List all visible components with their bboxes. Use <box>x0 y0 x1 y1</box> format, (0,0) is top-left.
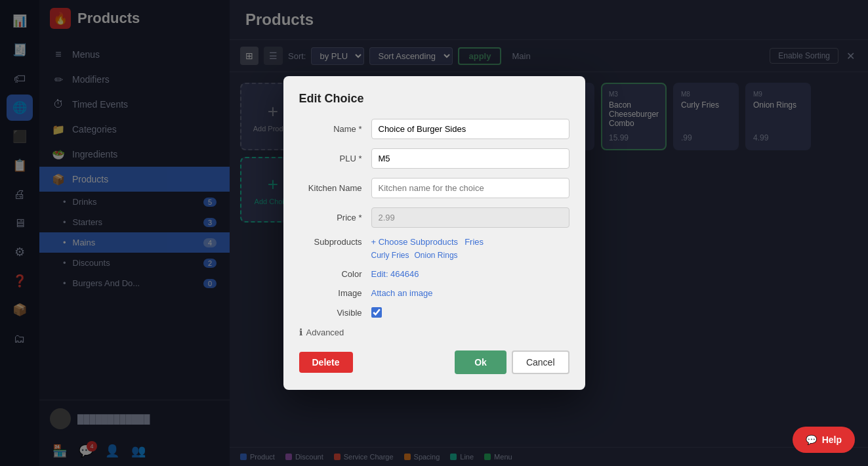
kitchen-name-input[interactable] <box>371 178 569 198</box>
color-row: Color Edit: 464646 <box>299 269 569 279</box>
plu-input[interactable] <box>371 148 569 169</box>
subproducts-content: + Choose Subproducts Fries Curly Fries O… <box>371 237 569 260</box>
help-icon: 💬 <box>806 434 817 445</box>
attach-image-button[interactable]: Attach an image <box>371 288 433 298</box>
image-label: Image <box>299 288 371 298</box>
cancel-button[interactable]: Cancel <box>512 350 569 374</box>
fries-link[interactable]: Fries <box>465 237 484 247</box>
visible-row: Visible <box>299 307 569 318</box>
price-row: Price * <box>299 207 569 228</box>
choose-subproducts-button[interactable]: + Choose Subproducts <box>371 237 459 247</box>
advanced-icon: ℹ <box>299 327 302 337</box>
subproducts-links: + Choose Subproducts Fries <box>371 237 569 247</box>
help-label: Help <box>822 434 842 445</box>
image-row: Image Attach an image <box>299 288 569 298</box>
modal-footer: Delete Ok Cancel <box>299 350 569 374</box>
price-label: Price * <box>299 213 371 222</box>
name-input[interactable] <box>371 119 569 139</box>
plu-row: PLU * <box>299 148 569 169</box>
modal-overlay: Edit Choice Name * PLU * Kitchen Name Pr… <box>0 0 868 466</box>
ok-button[interactable]: Ok <box>455 350 506 374</box>
color-edit-button[interactable]: Edit: 464646 <box>371 269 419 279</box>
plu-label: PLU * <box>299 154 371 163</box>
advanced-label: Advanced <box>306 328 344 337</box>
price-input <box>371 207 569 228</box>
delete-button[interactable]: Delete <box>299 352 353 373</box>
visible-checkbox[interactable] <box>371 307 382 318</box>
modal-title: Edit Choice <box>299 92 569 106</box>
curly-fries-tag[interactable]: Curly Fries <box>371 251 409 260</box>
subproducts-label: Subproducts <box>299 237 371 247</box>
kitchen-name-row: Kitchen Name <box>299 178 569 198</box>
color-label: Color <box>299 269 371 279</box>
kitchen-name-label: Kitchen Name <box>299 183 371 193</box>
edit-choice-modal: Edit Choice Name * PLU * Kitchen Name Pr… <box>283 76 585 390</box>
subproducts-row: Subproducts + Choose Subproducts Fries C… <box>299 237 569 260</box>
visible-label: Visible <box>299 308 371 318</box>
subproducts-tags: Curly Fries Onion Rings <box>371 251 569 260</box>
name-label: Name * <box>299 124 371 134</box>
name-row: Name * <box>299 119 569 139</box>
footer-actions: Ok Cancel <box>455 350 569 374</box>
help-button[interactable]: 💬 Help <box>793 427 855 453</box>
onion-rings-tag[interactable]: Onion Rings <box>415 251 458 260</box>
advanced-row[interactable]: ℹ Advanced <box>299 327 569 337</box>
